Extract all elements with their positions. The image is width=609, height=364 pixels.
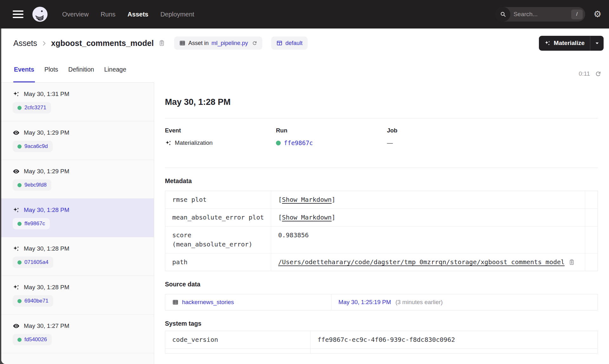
page-content: Assets xgboost_comments_model Asset in m…: [1, 29, 609, 364]
metadata-key: rmse plot: [165, 191, 271, 208]
event-list-item[interactable]: May 30, 1:28 PM 6940be71: [1, 276, 154, 315]
run-status-dot: [17, 144, 22, 149]
code-location-link[interactable]: ml_pipeline.py: [212, 40, 248, 47]
event-list-item[interactable]: May 30, 1:27 PM fd540026: [1, 315, 154, 353]
asset-group-link[interactable]: default: [285, 40, 303, 47]
event-date: May 30, 1:27 PM: [24, 322, 69, 329]
materialization-sparkle-icon: [165, 140, 172, 146]
run-id-pill[interactable]: fd540026: [13, 334, 52, 345]
run-status-dot: [17, 222, 22, 226]
metadata-key: mean_absolute_error plot: [165, 209, 271, 226]
nav-link-overview[interactable]: Overview: [62, 11, 88, 18]
run-id-link[interactable]: 9aca6c9d: [24, 143, 48, 150]
table-row: path /Users/odetteharary/code/dagster/tm…: [165, 253, 598, 271]
system-tags-heading: System tags: [165, 320, 598, 327]
event-detail-panel: May 30, 1:28 PM Event Materialization Ru…: [154, 82, 609, 364]
run-id-link[interactable]: 9ebc9fd8: [24, 182, 47, 188]
event-list-item[interactable]: May 30, 1:29 PM 9ebc9fd8: [1, 160, 154, 199]
source-data-heading: Source data: [165, 281, 598, 288]
materialize-split-button: Materialize: [539, 36, 604, 51]
run-id-link[interactable]: ffe9867c: [24, 220, 45, 227]
run-id-pill[interactable]: 2cfc3271: [13, 102, 51, 113]
materialize-button[interactable]: Materialize: [539, 36, 590, 51]
observation-eye-icon: [13, 129, 20, 136]
storage-path-link[interactable]: /Users/odetteharary/code/dagster/tmp_0mz…: [278, 258, 565, 267]
asset-group-badge[interactable]: default: [271, 36, 308, 50]
reload-location-icon[interactable]: [252, 41, 257, 46]
page-title: xgboost_comments_model: [51, 39, 154, 48]
refresh-countdown: 0:11: [579, 70, 590, 77]
code-location-badge[interactable]: Asset in ml_pipeline.py: [174, 36, 262, 50]
search-input[interactable]: [510, 11, 571, 18]
chevron-down-icon: [595, 41, 599, 46]
run-id-pill[interactable]: ffe9867c: [13, 218, 50, 229]
observation-eye-icon: [13, 322, 20, 329]
run-id-link[interactable]: 071605a4: [24, 259, 49, 265]
materialization-sparkle-icon: [13, 245, 20, 252]
breadcrumb: Assets xgboost_comments_model: [13, 39, 165, 48]
source-asset-link[interactable]: hackernews_stories: [182, 298, 234, 306]
materialize-sparkle-icon: [544, 40, 551, 46]
global-search[interactable]: /: [496, 7, 585, 22]
run-id-pill[interactable]: 071605a4: [13, 257, 53, 268]
materialization-sparkle-icon: [13, 284, 20, 291]
run-id-link[interactable]: 2cfc3271: [24, 105, 46, 111]
show-markdown-link[interactable]: [Show Markdown]: [278, 213, 336, 222]
source-relative-time: (3 minutes earlier): [396, 299, 443, 305]
run-id-link[interactable]: fd540026: [24, 336, 47, 343]
event-list-item-selected[interactable]: May 30, 1:28 PM ffe9867c: [1, 199, 154, 237]
event-list-sidebar: May 30, 1:31 PM 2cfc3271 May 30, 1:29 PM…: [1, 82, 154, 364]
nav-link-assets[interactable]: Assets: [128, 11, 148, 18]
run-status-dot: [17, 299, 22, 303]
event-list-item[interactable]: May 30, 1:29 PM 9aca6c9d: [1, 121, 154, 160]
run-id-pill[interactable]: 6940be71: [13, 295, 53, 307]
tab-events[interactable]: Events: [13, 58, 35, 82]
tab-lineage[interactable]: Lineage: [104, 58, 127, 82]
run-status-dot: [276, 141, 281, 145]
score-value: 0.983856: [278, 231, 309, 240]
asset-in-label: Asset in: [188, 40, 209, 47]
run-label: Run: [276, 127, 387, 134]
metadata-heading: Metadata: [165, 177, 598, 185]
copy-asset-name-icon[interactable]: [158, 40, 165, 47]
show-markdown-link[interactable]: [Show Markdown]: [278, 195, 336, 204]
search-shortcut-key: /: [571, 10, 583, 19]
nav-link-deployment[interactable]: Deployment: [160, 11, 194, 18]
event-date: May 30, 1:28 PM: [24, 207, 69, 214]
event-label: Event: [165, 127, 276, 134]
run-id-pill[interactable]: 9ebc9fd8: [13, 179, 51, 191]
run-id-pill[interactable]: 9aca6c9d: [13, 141, 53, 152]
run-status-dot: [17, 106, 22, 110]
run-id-link[interactable]: 6940be71: [24, 298, 49, 304]
tab-definition[interactable]: Definition: [68, 58, 95, 82]
materialize-options-button[interactable]: [590, 36, 604, 51]
event-list-item[interactable]: May 30, 1:31 PM 2cfc3271: [1, 83, 154, 121]
event-list-item[interactable]: May 30, 1:28 PM 071605a4: [1, 237, 154, 276]
run-id-link[interactable]: ffe9867c: [284, 139, 313, 147]
copy-path-icon[interactable]: [568, 259, 575, 265]
system-tag-key: code_version: [165, 331, 310, 348]
system-tags-table: code_version ffe9867c-ec9c-4f06-939c-f8d…: [165, 331, 598, 354]
event-date: May 30, 1:28 PM: [24, 245, 69, 252]
source-timestamp-link[interactable]: May 30, 1:25:19 PM: [338, 299, 391, 305]
schema-icon: [276, 40, 283, 46]
nav-link-runs[interactable]: Runs: [101, 11, 115, 18]
menu-hamburger-icon[interactable]: [13, 10, 23, 18]
metadata-key: score (mean_absolute_error): [165, 227, 271, 253]
tab-plots[interactable]: Plots: [44, 58, 59, 82]
observation-eye-icon: [13, 168, 20, 175]
event-summary-row: Event Materialization Run ffe9867c Job —: [165, 127, 598, 147]
chevron-right-icon: [41, 40, 47, 47]
run-status-dot: [17, 183, 22, 187]
breadcrumb-assets-link[interactable]: Assets: [13, 39, 37, 48]
settings-gear-icon[interactable]: ⚙: [593, 10, 601, 19]
materialization-sparkle-icon: [13, 207, 20, 214]
table-row: mean_absolute_error plot [Show Markdown]: [165, 209, 598, 227]
dagster-logo[interactable]: [32, 6, 48, 22]
job-label: Job: [387, 127, 498, 134]
table-row: [165, 349, 598, 353]
refresh-icon[interactable]: [595, 71, 601, 77]
asset-grid-icon: [172, 299, 179, 305]
source-data-table: hackernews_stories May 30, 1:25:19 PM (3…: [165, 294, 598, 310]
asset-grid-icon: [179, 40, 186, 46]
